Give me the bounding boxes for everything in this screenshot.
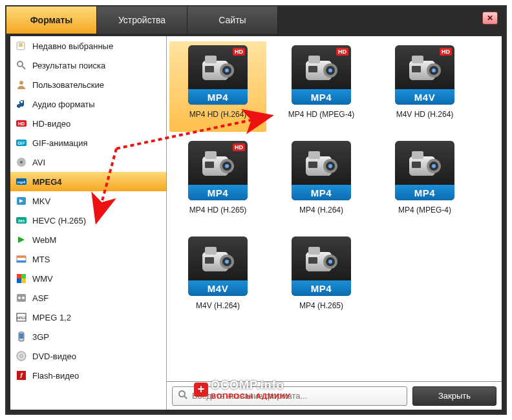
format-card[interactable]: MP4 MP4 (H.264): [273, 137, 370, 227]
format-card[interactable]: HD M4V M4V HD (H.264): [376, 41, 473, 132]
format-card[interactable]: MP4 MP4 (MPEG-4): [376, 137, 473, 227]
svg-rect-28: [19, 333, 23, 339]
3gp-icon: [16, 331, 27, 342]
sidebar-item-265[interactable]: 265HEVC (H.265): [10, 211, 166, 230]
close-icon: ✕: [487, 14, 493, 23]
format-thumb: MP4: [395, 141, 454, 200]
tab-formats[interactable]: Форматы: [6, 6, 97, 34]
svg-point-1: [17, 61, 23, 67]
sidebar-item-mts[interactable]: MTS: [10, 249, 166, 269]
format-thumb: MP4: [292, 141, 351, 200]
sidebar-item-gif[interactable]: GIFGIF-анимация: [10, 133, 166, 152]
format-card[interactable]: M4V M4V (H.264): [169, 233, 266, 323]
svg-rect-35: [205, 56, 217, 63]
sidebar-item-asf[interactable]: ASF: [10, 288, 166, 308]
format-grid: HD MP4 MP4 HD (H.264) HD MP4 MP4 HD (MPE…: [167, 36, 502, 381]
sidebar-item-label: Результаты поиска: [32, 61, 105, 70]
dialog-frame: Форматы Устройства Сайты ✕ Недавно выбра…: [5, 5, 507, 415]
svg-point-59: [225, 164, 229, 168]
svg-text:HD: HD: [18, 121, 25, 126]
user-icon: [16, 79, 27, 90]
sidebar-item-webm[interactable]: WebM: [10, 230, 166, 249]
svg-text:GIF: GIF: [17, 141, 25, 145]
format-label: MP4 (MPEG-4): [398, 205, 451, 215]
bottom-bar: Введите название формата... Закрыть: [167, 381, 502, 410]
format-label: MP4 HD (H.264): [189, 110, 247, 119]
sidebar-item-dvd[interactable]: DVD-видео: [10, 346, 166, 366]
svg-rect-19: [21, 274, 26, 278]
sidebar-item-audio[interactable]: Аудио форматы: [10, 94, 166, 114]
hd-icon: HD: [16, 118, 27, 129]
svg-rect-53: [412, 66, 421, 72]
sidebar-item-label: Пользовательские: [32, 80, 104, 90]
content-pane: HD MP4 MP4 HD (H.264) HD MP4 MP4 HD (MPE…: [167, 36, 502, 410]
svg-rect-49: [412, 56, 423, 63]
format-card[interactable]: HD MP4 MP4 HD (H.264): [169, 41, 266, 132]
format-code: MP4: [292, 89, 351, 105]
sidebar-item-mp4[interactable]: mp4MPEG4: [10, 172, 166, 191]
format-code: MP4: [292, 185, 351, 200]
audio-icon: [16, 98, 27, 110]
format-card[interactable]: HD MP4 MP4 HD (H.265): [169, 137, 266, 227]
sidebar-item-label: Аудио форматы: [32, 100, 95, 109]
svg-point-89: [179, 391, 185, 397]
tab-sites[interactable]: Сайты: [187, 6, 278, 34]
format-card[interactable]: HD MP4 MP4 HD (MPEG-4): [273, 41, 370, 132]
svg-point-9: [20, 161, 23, 163]
format-label: MP4 (H.265): [299, 301, 343, 310]
svg-rect-81: [205, 257, 214, 264]
sidebar-item-search[interactable]: Результаты поиска: [10, 56, 166, 75]
format-label: MP4 (H.264): [299, 205, 343, 215]
svg-rect-60: [205, 162, 214, 168]
hd-badge: HD: [233, 143, 245, 151]
close-button[interactable]: Закрыть: [412, 386, 496, 406]
format-code: M4V: [395, 89, 454, 105]
svg-point-73: [432, 164, 436, 168]
mp4-icon: mp4: [16, 176, 27, 187]
sidebar-item-label: GIF-анимация: [32, 138, 88, 148]
svg-text:265: 265: [18, 219, 25, 223]
format-thumb: M4V: [188, 236, 248, 296]
svg-point-87: [328, 260, 332, 264]
format-label: MP4 HD (H.265): [189, 205, 247, 215]
search-input[interactable]: Введите название формата...: [172, 386, 407, 406]
sidebar-item-recent[interactable]: Недавно выбранные: [10, 36, 166, 56]
svg-rect-88: [308, 257, 317, 264]
search-icon: [178, 390, 188, 402]
format-code: M4V: [188, 280, 248, 296]
hd-badge: HD: [440, 48, 452, 56]
format-thumb: HD MP4: [188, 141, 248, 200]
svg-rect-42: [308, 56, 320, 63]
format-card[interactable]: MP4 MP4 (H.265): [273, 233, 370, 323]
gif-icon: GIF: [16, 137, 27, 149]
sidebar-item-flash[interactable]: fFlash-видео: [10, 366, 166, 385]
sidebar-item-label: MPEG4: [32, 177, 62, 187]
dialog-body: Недавно выбранныеРезультаты поискаПользо…: [10, 36, 502, 410]
sidebar-item-user[interactable]: Пользовательские: [10, 75, 166, 94]
svg-rect-63: [308, 151, 320, 159]
svg-rect-16: [17, 256, 26, 258]
window-close-button[interactable]: ✕: [482, 12, 498, 25]
format-code: MP4: [292, 280, 351, 296]
tab-devices[interactable]: Устройства: [97, 6, 187, 34]
sidebar-item-mpeg[interactable]: MPEGMPEG 1,2: [10, 308, 166, 327]
svg-point-3: [19, 81, 23, 85]
svg-rect-39: [205, 66, 214, 72]
svg-point-38: [225, 68, 229, 72]
sidebar-item-wmv[interactable]: WMV: [10, 269, 166, 288]
camcorder-icon: [404, 147, 445, 186]
sidebar-item-3gp[interactable]: 3GP: [10, 327, 166, 346]
hd-badge: HD: [336, 48, 348, 56]
svg-rect-21: [21, 278, 26, 283]
avi-icon: [16, 156, 27, 168]
dvd-icon: [16, 350, 27, 362]
sidebar-item-avi[interactable]: AVI: [10, 152, 166, 172]
svg-rect-70: [412, 151, 423, 159]
format-label: MP4 HD (MPEG-4): [288, 110, 355, 119]
sidebar-item-hd[interactable]: HDHD-видео: [10, 114, 166, 133]
svg-point-52: [432, 68, 436, 72]
camcorder-icon: [301, 147, 342, 186]
search-icon: [16, 59, 27, 71]
sidebar-item-mkv[interactable]: MKV: [10, 191, 166, 211]
camcorder-icon: [301, 243, 342, 282]
